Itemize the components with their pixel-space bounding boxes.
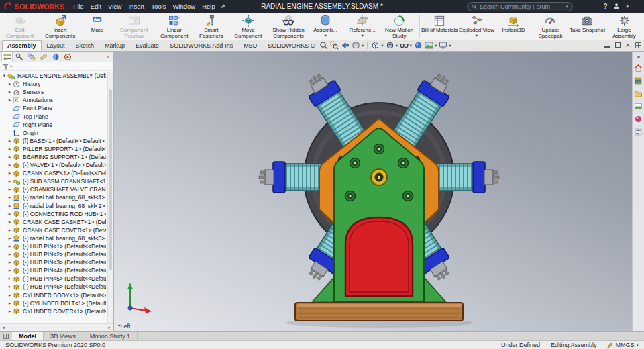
units-caret-icon[interactable]: ▴ bbox=[636, 342, 639, 348]
menu-insert[interactable]: Insert bbox=[125, 3, 148, 10]
user-icon[interactable] bbox=[613, 3, 620, 11]
tree-item[interactable]: ▸(-) CONNECTING ROD HUB<1> (Default bbox=[1, 210, 106, 218]
tree-item[interactable]: ▸(-) HUB PIN<2> (Default<<Default>_Dis bbox=[1, 250, 106, 258]
edit-appearance-icon[interactable] bbox=[414, 41, 423, 50]
ribbon-button-exploded-view[interactable]: Exploded View ▾ bbox=[458, 13, 495, 39]
menu-file[interactable]: File bbox=[70, 3, 87, 10]
apply-scene-icon[interactable] bbox=[425, 41, 433, 50]
expand-icon[interactable]: ▸ bbox=[7, 284, 13, 289]
ribbon-button-edit-component[interactable]: Edit Component bbox=[1, 13, 38, 39]
task-pane-collapse-icon[interactable]: ◂ bbox=[637, 54, 639, 60]
expand-icon[interactable]: ▸ bbox=[7, 301, 13, 306]
study-tab-motion-study-1[interactable]: Motion Study 1 bbox=[83, 332, 138, 340]
tree-item[interactable]: ▸CRABK CASE GASKET<1> (Default<<De bbox=[1, 218, 106, 226]
tree-item[interactable]: ▸History bbox=[1, 80, 106, 88]
expand-icon[interactable]: ▸ bbox=[7, 138, 13, 144]
search-input[interactable]: Search Community Forum bbox=[480, 3, 563, 10]
configuration-manager-tab-icon[interactable] bbox=[25, 52, 37, 62]
tab-assembly[interactable]: Assembly bbox=[2, 40, 42, 51]
tree-root[interactable]: ▾RADIAL ENGINE ASSEMBLY (Default<Displa bbox=[1, 72, 106, 80]
expand-icon[interactable]: ▸ bbox=[7, 309, 13, 314]
expand-icon[interactable]: ▸ bbox=[7, 146, 13, 152]
dropdown-caret-icon[interactable]: ▾ bbox=[396, 43, 398, 48]
tree-item[interactable]: ▸(-) VALVE<1> (Default<<Default>_Displ bbox=[1, 161, 106, 169]
expand-icon[interactable]: ▸ bbox=[7, 236, 13, 241]
view-palette-icon[interactable] bbox=[634, 102, 643, 111]
zoom-area-icon[interactable] bbox=[330, 41, 339, 50]
tab-layout[interactable]: Layout bbox=[42, 40, 70, 51]
display-manager-tab-icon[interactable] bbox=[50, 52, 61, 62]
scrollbar-thumb[interactable] bbox=[109, 89, 112, 270]
tab-solidworks-add-ins[interactable]: SOLIDWORKS Add-Ins bbox=[164, 40, 238, 51]
expand-icon[interactable]: ▸ bbox=[7, 219, 13, 225]
tree-filter-row[interactable]: ▾ bbox=[0, 62, 113, 71]
scroll-right-icon[interactable]: ▸ bbox=[108, 325, 111, 330]
view-settings-icon[interactable] bbox=[439, 41, 447, 50]
tree-item[interactable]: ▸CRANK CASE COVER<1> (Default<<Def bbox=[1, 226, 106, 234]
ribbon-button-bill-of-materials[interactable]: Bill of Materials bbox=[421, 13, 458, 39]
document-restore-icon[interactable] bbox=[615, 42, 621, 48]
tab-sketch[interactable]: Sketch bbox=[70, 40, 100, 51]
tree-item[interactable]: ▸(-) SUB ASSM CRANKSHAFT<1> (Def bbox=[1, 177, 106, 185]
ribbon-button-smart-fasteners[interactable]: Smart Fasteners bbox=[193, 13, 229, 39]
dropdown-caret-icon[interactable]: ▾ bbox=[362, 43, 364, 48]
menu-tools[interactable]: Tools bbox=[148, 3, 169, 10]
tree-item[interactable]: ▸(-) HUB PIN<6> (Default<<Default>_Dis bbox=[1, 283, 106, 291]
ribbon-button-move-component[interactable]: Move Component ▾ bbox=[229, 13, 266, 39]
section-view-icon[interactable] bbox=[352, 41, 360, 50]
ribbon-button-take-snapshot[interactable]: Take Snapshot bbox=[569, 13, 606, 39]
search-scope-caret-icon[interactable]: ▾ bbox=[566, 4, 568, 9]
minimize-icon[interactable]: — bbox=[635, 3, 641, 10]
expand-icon[interactable]: ▸ bbox=[7, 252, 13, 257]
ribbon-button-assembly-features[interactable]: Assemb... ▾ bbox=[307, 13, 344, 39]
expand-icon[interactable]: ▸ bbox=[7, 170, 13, 176]
tree-item[interactable]: ▸(-) radial ball bearing_68_skf<3> (SKF … bbox=[1, 234, 106, 242]
dropdown-caret-icon[interactable]: ▾ bbox=[324, 34, 326, 38]
expand-icon[interactable]: ▸ bbox=[7, 195, 13, 200]
study-tab-3d-views[interactable]: 3D Views bbox=[44, 332, 83, 340]
design-library-icon[interactable] bbox=[634, 77, 643, 85]
tree-item[interactable]: ▸(-) radial ball bearing_68_skf<2> (SKF … bbox=[1, 202, 106, 210]
display-style-icon[interactable] bbox=[386, 41, 394, 50]
ribbon-button-component-preview-window[interactable]: Component Preview Window bbox=[115, 13, 152, 39]
expand-icon[interactable]: ▸ bbox=[7, 187, 13, 192]
tree-item[interactable]: Right Plane bbox=[1, 121, 106, 129]
tree-item[interactable]: Origin bbox=[1, 129, 106, 137]
tree-item[interactable]: Top Plane bbox=[1, 112, 106, 120]
tree-item[interactable]: ▸Annotations bbox=[1, 96, 106, 104]
tree-item[interactable]: ▸(-) CRANKSHAFT VALVE CRANK<1> (De bbox=[1, 185, 106, 193]
solidworks-resources-icon[interactable] bbox=[634, 64, 643, 72]
ribbon-button-update-speedpak[interactable]: Update Speedpak bbox=[532, 13, 569, 39]
tree-item[interactable]: ▸CYLINDER COVER<1> (Default<<Defaul bbox=[1, 307, 106, 315]
expand-icon[interactable]: ▸ bbox=[7, 244, 13, 249]
tree-item[interactable]: Front Plane bbox=[1, 104, 106, 112]
dropdown-caret-icon[interactable]: ▾ bbox=[381, 43, 383, 48]
menu-window[interactable]: Window bbox=[169, 3, 199, 10]
tree-item[interactable]: ▸(-) HUB PIN<3> (Default<<Default>_Dis bbox=[1, 258, 106, 266]
document-close-icon[interactable]: × bbox=[626, 42, 630, 48]
dropdown-caret-icon[interactable]: ▾ bbox=[435, 43, 437, 48]
expand-icon[interactable]: ▸ bbox=[7, 89, 13, 95]
custom-properties-icon[interactable] bbox=[634, 128, 643, 136]
dropdown-caret-icon[interactable]: ▾ bbox=[361, 34, 363, 38]
ribbon-button-show-hidden-components[interactable]: Show Hidden Components bbox=[270, 13, 307, 39]
dropdown-caret-icon[interactable]: ▾ bbox=[449, 43, 451, 48]
expand-collapse-icon[interactable]: ▾ bbox=[1, 73, 7, 79]
tree-item[interactable]: ▸(-) radial ball bearing_68_skf<1> (SKF … bbox=[1, 193, 106, 201]
tree-item[interactable]: ▸PILLER SUPPORT<1> (Default<<Default> bbox=[1, 145, 106, 153]
expand-icon[interactable]: ▸ bbox=[7, 228, 13, 233]
dropdown-caret-icon[interactable]: ▾ bbox=[410, 43, 412, 48]
options-caret-icon[interactable]: ▾ bbox=[626, 4, 629, 9]
ribbon-button-reference-geometry[interactable]: Referenc... ▾ bbox=[344, 13, 381, 39]
panel-tabs-overflow-icon[interactable]: » bbox=[106, 54, 111, 62]
file-explorer-icon[interactable] bbox=[634, 89, 643, 98]
tree-item[interactable]: ▸(-) HUB PIN<1> (Default<<Default>_Dis bbox=[1, 242, 106, 250]
tab-solidworks-cam[interactable]: SOLIDWORKS CAM bbox=[262, 40, 315, 51]
study-tab-model[interactable]: Model bbox=[12, 332, 44, 340]
search-box[interactable]: Search Community Forum ▾ bbox=[467, 2, 573, 11]
feature-manager-tab-icon[interactable] bbox=[1, 52, 13, 62]
tab-mbd[interactable]: MBD bbox=[238, 40, 262, 51]
expand-icon[interactable]: ▸ bbox=[7, 162, 13, 168]
expand-icon[interactable]: ▸ bbox=[7, 268, 13, 273]
tree-item[interactable]: ▸(-) HUB PIN<4> (Default<<Default>_Dis bbox=[1, 266, 106, 275]
